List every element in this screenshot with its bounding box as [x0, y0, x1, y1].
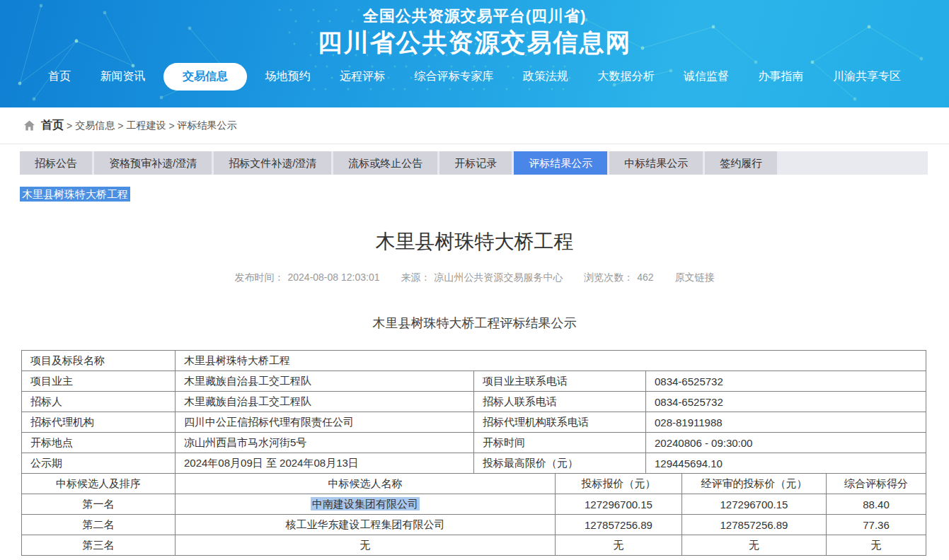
tab-award-result[interactable]: 中标结果公示	[609, 151, 703, 175]
main-nav: 首页 新闻资讯 交易信息 场地预约 远程评标 综合评标专家库 政策法规 大数据分…	[0, 60, 949, 93]
evaluated-price-cell: 无	[682, 535, 827, 556]
tab-tender-doc-supplement[interactable]: 招标文件补遗/澄清	[214, 151, 331, 175]
nav-item-integrity-supervision[interactable]: 诚信监督	[672, 64, 740, 90]
info-value-cell: 木里县树珠特大桥工程	[176, 351, 926, 371]
col-header-bid-price: 投标报价（元）	[556, 474, 682, 494]
score-cell: 88.40	[827, 494, 926, 515]
col-header-rank: 中标候选人及排序	[22, 474, 176, 494]
bid-price-cell: 127857256.89	[556, 515, 682, 535]
nav-item-chuanyu-zone[interactable]: 川渝共享专区	[822, 64, 912, 90]
breadcrumb-separator: >	[67, 120, 72, 132]
nav-item-policies[interactable]: 政策法规	[512, 64, 580, 90]
bid-price-cell: 127296700.15	[556, 494, 682, 515]
platform-name: 全国公共资源交易平台(四川省)	[0, 6, 949, 26]
score-cell: 77.36	[827, 515, 926, 535]
page-title: 木里县树珠特大桥工程	[0, 228, 949, 255]
bid-price-cell: 无	[556, 535, 682, 556]
article-meta: 发布时间：2024-08-08 12:03:01 来源：凉山州公共资源交易服务中…	[0, 272, 949, 284]
original-link[interactable]: 原文链接	[675, 272, 715, 283]
tab-failure-or-termination[interactable]: 流标或终止公告	[333, 151, 437, 175]
tab-prequalification-supplement[interactable]: 资格预审补遗/澄清	[94, 151, 212, 175]
info-label-cell: 开标时间	[474, 433, 646, 453]
tab-contract-performance[interactable]: 签约履行	[705, 151, 777, 175]
nav-item-big-data[interactable]: 大数据分析	[587, 64, 666, 90]
candidate-name-cell: 无	[176, 535, 556, 556]
nav-item-remote-evaluation[interactable]: 远程评标	[328, 64, 396, 90]
info-label-cell: 开标地点	[22, 433, 176, 453]
info-label-cell: 招标代理机构联系电话	[474, 412, 646, 433]
info-value-cell: 木里藏族自治县工交工程队	[176, 392, 474, 412]
nav-item-expert-pool[interactable]: 综合评标专家库	[403, 64, 505, 90]
nav-item-home[interactable]: 首页	[37, 64, 82, 90]
col-header-evaluated-price: 经评审的投标价（元）	[682, 474, 827, 494]
home-icon	[23, 120, 35, 132]
breadcrumb-separator: >	[168, 120, 174, 132]
rank-cell: 第一名	[22, 494, 176, 515]
info-label-cell: 项目及标段名称	[22, 351, 176, 371]
evaluated-price-cell: 127296700.15	[682, 494, 827, 515]
info-value-cell: 028-81911988	[646, 412, 926, 433]
source-label: 来源：	[401, 272, 430, 283]
breadcrumb-current-page: 评标结果公示	[178, 119, 237, 132]
nav-item-venue-booking[interactable]: 场地预约	[254, 64, 322, 90]
info-value-cell: 0834-6525732	[646, 371, 926, 392]
article: 木里县树珠特大桥工程 发布时间：2024-08-08 12:03:01 来源：凉…	[0, 228, 949, 556]
info-label-cell: 招标人联系电话	[474, 392, 646, 412]
breadcrumb-home[interactable]: 首页	[41, 118, 64, 133]
nav-item-news[interactable]: 新闻资讯	[89, 64, 157, 90]
nav-item-trade-info[interactable]: 交易信息	[163, 63, 247, 91]
nav-item-service-guide[interactable]: 办事指南	[747, 64, 815, 90]
table-row: 项目及标段名称 木里县树珠特大桥工程	[22, 351, 926, 371]
rank-cell: 第二名	[22, 515, 176, 535]
selected-company-text: 中南建设集团有限公司	[311, 497, 420, 511]
tab-bid-opening-record[interactable]: 开标记录	[439, 151, 512, 175]
col-header-candidate-name: 中标候选人名称	[176, 474, 556, 494]
publish-time-value: 2024-08-08 12:03:01	[287, 272, 379, 283]
info-value-cell: 0834-6525732	[646, 392, 926, 412]
site-header: 全国公共资源交易平台(四川省) 四川省公共资源交易信息网 首页 新闻资讯 交易信…	[0, 0, 949, 107]
candidates-table: 中标候选人及排序 中标候选人名称 投标报价（元） 经评审的投标价（元） 综合评标…	[21, 473, 926, 556]
evaluated-price-cell: 127857256.89	[682, 515, 827, 535]
table-row: 招标代理机构 四川中公正信招标代理有限责任公司 招标代理机构联系电话 028-8…	[22, 412, 926, 433]
project-link-row: 木里县树珠特大桥工程	[20, 188, 949, 202]
tab-evaluation-result[interactable]: 评标结果公示	[514, 151, 607, 175]
views-label: 浏览次数：	[584, 272, 633, 283]
breadcrumb-engineering[interactable]: 工程建设	[126, 119, 166, 132]
project-info-table: 项目及标段名称 木里县树珠特大桥工程 项目业主 木里藏族自治县工交工程队 项目业…	[21, 350, 926, 474]
tab-strip: 招标公告 资格预审补遗/澄清 招标文件补遗/澄清 流标或终止公告 开标记录 评标…	[20, 151, 928, 175]
table-row: 第一名 中南建设集团有限公司 127296700.15 127296700.15…	[22, 494, 926, 515]
table-row: 开标地点 凉山州西昌市马水河街5号 开标时间 20240806 - 09:30:…	[22, 433, 926, 453]
views-count: 462	[637, 272, 653, 283]
info-label-cell: 公示期	[22, 453, 176, 474]
table-row: 第二名 核工业华东建设工程集团有限公司 127857256.89 1278572…	[22, 515, 926, 535]
info-label-cell: 项目业主联系电话	[474, 371, 646, 392]
info-label-cell: 招标代理机构	[22, 412, 176, 433]
table-row: 项目业主 木里藏族自治县工交工程队 项目业主联系电话 0834-6525732	[22, 371, 926, 392]
table-header-row: 中标候选人及排序 中标候选人名称 投标报价（元） 经评审的投标价（元） 综合评标…	[22, 474, 926, 494]
info-label-cell: 招标人	[22, 392, 176, 412]
info-value-cell: 四川中公正信招标代理有限责任公司	[176, 412, 474, 433]
tab-tender-announcement[interactable]: 招标公告	[20, 151, 92, 175]
candidate-name-cell: 中南建设集团有限公司	[176, 494, 556, 515]
info-value-cell: 129445694.10	[646, 453, 926, 474]
col-header-score: 综合评标得分	[827, 474, 926, 494]
table-row: 招标人 木里藏族自治县工交工程队 招标人联系电话 0834-6525732	[22, 392, 926, 412]
breadcrumb-trade-info[interactable]: 交易信息	[75, 119, 115, 132]
info-value-cell: 2024年08月09日 至 2024年08月13日	[176, 453, 474, 474]
project-link-selected[interactable]: 木里县树珠特大桥工程	[20, 187, 130, 202]
info-label-cell: 项目业主	[22, 371, 176, 392]
breadcrumb: 首页 > 交易信息 > 工程建设 > 评标结果公示	[0, 107, 949, 144]
info-label-cell: 投标最高限价（元）	[474, 453, 646, 474]
notice-subtitle: 木里县树珠特大桥工程评标结果公示	[0, 315, 949, 332]
source-value: 凉山州公共资源交易服务中心	[434, 272, 563, 283]
publish-time-label: 发布时间：	[234, 272, 284, 283]
table-row: 公示期 2024年08月09日 至 2024年08月13日 投标最高限价（元） …	[22, 453, 926, 474]
info-value-cell: 木里藏族自治县工交工程队	[176, 371, 474, 392]
site-title: 四川省公共资源交易信息网	[0, 27, 949, 58]
rank-cell: 第三名	[22, 535, 176, 556]
table-row: 第三名 无 无 无 无	[22, 535, 926, 556]
header-titles: 全国公共资源交易平台(四川省) 四川省公共资源交易信息网	[0, 0, 949, 57]
info-value-cell: 凉山州西昌市马水河街5号	[176, 433, 474, 453]
candidate-name-cell: 核工业华东建设工程集团有限公司	[176, 515, 556, 535]
score-cell: 无	[827, 535, 926, 556]
